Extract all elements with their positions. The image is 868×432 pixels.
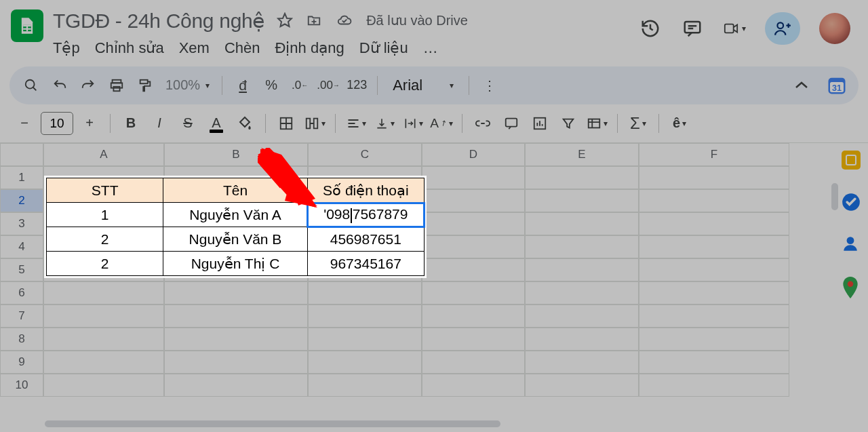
comment-icon[interactable]	[499, 111, 524, 136]
cell[interactable]	[43, 281, 164, 305]
cell[interactable]	[164, 281, 308, 305]
cell[interactable]	[164, 328, 308, 351]
collapse-toolbar-icon[interactable]	[789, 73, 814, 98]
cell[interactable]	[308, 305, 422, 328]
font-family-select[interactable]: Arial▾	[386, 77, 460, 94]
star-icon[interactable]	[277, 12, 293, 28]
cell[interactable]	[639, 212, 789, 235]
cell[interactable]	[639, 328, 789, 351]
text-color-icon[interactable]: A	[204, 111, 229, 136]
cell[interactable]	[308, 351, 422, 374]
menu-more[interactable]: …	[423, 39, 438, 57]
col-header-F[interactable]: F	[639, 143, 789, 166]
select-all-corner[interactable]	[0, 143, 43, 166]
zoom-select[interactable]: 100%▾	[161, 77, 214, 93]
comments-icon[interactable]	[681, 17, 704, 40]
cell[interactable]	[308, 281, 422, 305]
halign-icon[interactable]: ▾	[344, 111, 368, 136]
print-icon[interactable]	[104, 73, 129, 98]
functions-icon[interactable]: Σ▾	[626, 111, 650, 136]
cell[interactable]	[43, 305, 164, 328]
toolbar-more-icon[interactable]: ⋮	[477, 73, 502, 98]
paint-format-icon[interactable]	[133, 73, 157, 98]
cell[interactable]	[525, 351, 639, 374]
menu-file[interactable]: Tệp	[53, 39, 80, 57]
table-view-icon[interactable]: ▾	[585, 111, 609, 136]
cell[interactable]	[525, 166, 639, 189]
cell[interactable]	[525, 212, 639, 235]
vie-input-icon[interactable]: ê▾	[667, 111, 692, 136]
wrap-icon[interactable]: ▾	[401, 111, 425, 136]
percent-icon[interactable]: %	[259, 73, 283, 98]
row-header-9[interactable]: 9	[0, 351, 43, 374]
cell[interactable]	[422, 212, 525, 235]
cell[interactable]	[525, 189, 639, 212]
row-header-6[interactable]: 6	[0, 281, 43, 305]
account-avatar[interactable]	[819, 13, 850, 44]
move-folder-icon[interactable]	[305, 13, 323, 28]
cell[interactable]	[639, 166, 789, 189]
fill-color-icon[interactable]	[233, 111, 257, 136]
cell[interactable]	[422, 351, 525, 374]
font-size-decrease[interactable]: −	[12, 111, 37, 136]
cell[interactable]	[164, 305, 308, 328]
row-header-10[interactable]: 10	[0, 374, 43, 397]
row-header-8[interactable]: 8	[0, 328, 43, 351]
bold-icon[interactable]: B	[119, 111, 143, 136]
font-size-increase[interactable]: +	[77, 111, 102, 136]
strikethrough-icon[interactable]: S	[176, 111, 200, 136]
cell[interactable]	[525, 374, 639, 397]
rotate-icon[interactable]: A↗▾	[429, 111, 454, 136]
menu-format[interactable]: Định dạng	[275, 39, 344, 57]
cell[interactable]	[164, 351, 308, 374]
keep-icon[interactable]	[842, 151, 861, 170]
menu-edit[interactable]: Chỉnh sửa	[95, 39, 164, 57]
merge-cells-icon[interactable]: ▾	[302, 111, 327, 136]
row-header-4[interactable]: 4	[0, 235, 43, 258]
increase-decimal-icon[interactable]: .00→	[316, 73, 340, 98]
cell-stt-1[interactable]: 1	[47, 203, 163, 227]
col-header-D[interactable]: D	[422, 143, 525, 166]
cell[interactable]	[422, 258, 525, 281]
cloud-saved-icon[interactable]	[335, 13, 354, 28]
vertical-scrollbar[interactable]	[830, 156, 840, 346]
cell-phone-1-editing[interactable]: '0987567879	[307, 203, 424, 227]
menu-data[interactable]: Dữ liệu	[359, 39, 408, 57]
cell[interactable]	[308, 374, 422, 397]
row-header-7[interactable]: 7	[0, 305, 43, 328]
cell[interactable]	[43, 328, 164, 351]
font-size-input[interactable]: 10	[41, 112, 73, 135]
cell-name-2[interactable]: Nguyễn Văn B	[163, 227, 307, 252]
cell[interactable]	[43, 351, 164, 374]
tasks-icon[interactable]	[842, 193, 861, 212]
cell[interactable]	[525, 281, 639, 305]
menu-view[interactable]: Xem	[179, 39, 210, 57]
format-123-icon[interactable]: 123	[344, 73, 369, 98]
contacts-icon[interactable]	[842, 235, 861, 254]
valign-icon[interactable]: ▾	[372, 111, 397, 136]
redo-icon[interactable]	[76, 73, 100, 98]
row-header-3[interactable]: 3	[0, 212, 43, 235]
cell[interactable]	[422, 328, 525, 351]
link-icon[interactable]	[471, 111, 495, 136]
cell-phone-2[interactable]: 456987651	[307, 227, 424, 252]
cell[interactable]	[525, 235, 639, 258]
maps-icon[interactable]	[842, 277, 861, 296]
decrease-decimal-icon[interactable]: .0←	[288, 73, 312, 98]
cell[interactable]	[422, 281, 525, 305]
cell[interactable]	[639, 305, 789, 328]
cell-phone-3[interactable]: 967345167	[307, 252, 424, 276]
cell[interactable]	[525, 328, 639, 351]
cell[interactable]	[164, 374, 308, 397]
cell[interactable]	[422, 305, 525, 328]
meet-icon[interactable]: ▾	[723, 17, 746, 40]
horizontal-scrollbar[interactable]	[45, 418, 830, 429]
undo-icon[interactable]	[47, 73, 72, 98]
borders-icon[interactable]	[274, 111, 298, 136]
search-icon[interactable]	[19, 73, 43, 98]
filter-icon[interactable]	[556, 111, 580, 136]
cell[interactable]	[422, 166, 525, 189]
italic-icon[interactable]: I	[147, 111, 172, 136]
menu-insert[interactable]: Chèn	[224, 39, 260, 57]
row-header-2[interactable]: 2	[0, 189, 43, 212]
